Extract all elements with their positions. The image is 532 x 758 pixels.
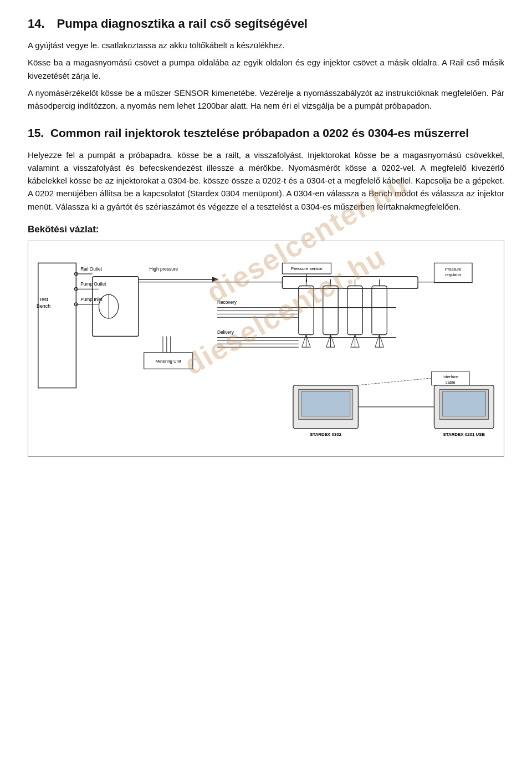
stardex-0302-label: STARDEX-0302 [310, 432, 341, 437]
svg-rect-40 [347, 286, 362, 334]
section-15: 15. Common rail injektorok tesztelése pr… [28, 125, 504, 213]
section-14-para-1: A gyújtást vegye le. csatlakoztassa az a… [28, 39, 504, 52]
diagram-svg: Test Bench Rail Outlet Pump Outlet Pump … [33, 247, 499, 447]
svg-rect-0 [38, 263, 76, 388]
high-pressure-label: High pressure [150, 266, 178, 272]
svg-text:cable: cable [446, 380, 456, 385]
recovery-label: Recovery [217, 299, 237, 305]
delivery-label: Delivery [217, 329, 234, 334]
test-bench-label: Test [39, 297, 49, 302]
section-15-para-1: Helyezze fel a pumpát a próbapadra. köss… [28, 149, 504, 213]
section-14-para-3: A nyomásérzékelőt kösse be a műszer SENS… [28, 87, 504, 113]
svg-rect-60 [442, 391, 485, 416]
svg-text:Bench: Bench [37, 303, 50, 308]
pump-outlet-label: Pump Outlet [80, 281, 106, 287]
metering-unit-label: Metering Unit [155, 358, 181, 363]
section-15-heading: Common rail injektorok tesztelése próbap… [50, 126, 469, 139]
diagram-wrapper: Test Bench Rail Outlet Pump Outlet Pump … [28, 241, 504, 457]
section-14-para-2: Kösse ba a magasnyomású csövet a pumpa o… [28, 56, 504, 82]
rail-outlet-label: Rail Outlet [80, 266, 102, 272]
svg-rect-37 [323, 286, 338, 334]
section-14: 14. Pumpa diagnosztika a rail cső segíts… [28, 17, 504, 112]
pressure-sensor-label: Pressure sensor [291, 266, 323, 271]
svg-rect-29 [282, 277, 418, 289]
stardex-0201-usb-label: STARDEX-0201 USB [443, 432, 485, 437]
svg-rect-43 [372, 286, 387, 334]
svg-line-57 [358, 378, 431, 385]
interface-cable-label: Interface [443, 374, 459, 379]
svg-rect-54 [301, 391, 350, 416]
pressure-regulator-label: Pressure [445, 267, 461, 272]
svg-rect-34 [299, 286, 314, 334]
section-15-title: 15. Common rail injektorok tesztelése pr… [28, 125, 504, 140]
bekotesi-label: Bekötési vázlat: [28, 224, 504, 235]
section-14-title: 14. Pumpa diagnosztika a rail cső segíts… [28, 17, 504, 31]
section-15-num: 15. [28, 126, 44, 139]
svg-text:regulator: regulator [445, 272, 461, 277]
